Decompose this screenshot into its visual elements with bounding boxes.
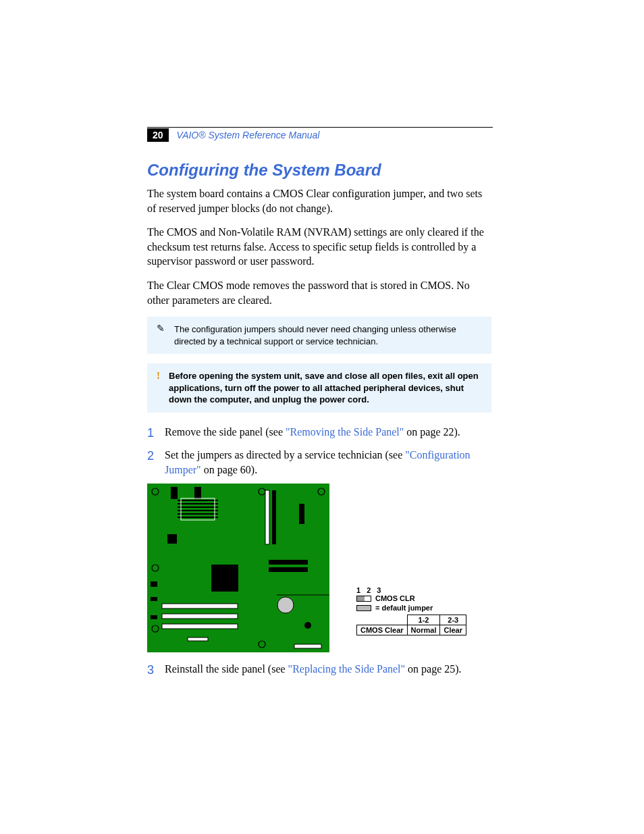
svg-rect-25	[162, 604, 238, 608]
svg-point-23	[277, 597, 294, 613]
jumper-table: 1-2 2-3 CMOS Clear Normal Clear	[356, 615, 466, 635]
step-3-post: on page 25).	[405, 663, 462, 675]
section-title: Configuring the System Board	[147, 161, 491, 180]
svg-rect-30	[151, 581, 157, 587]
note-box: ✎ The configuration jumpers should never…	[147, 317, 491, 354]
page-number: 20	[147, 128, 169, 142]
svg-rect-19	[167, 534, 177, 544]
svg-rect-7	[171, 487, 178, 499]
step-3: 3 Reinstall the side panel (see "Replaci…	[147, 662, 491, 678]
page-content: 20 VAIO® System Reference Manual Configu…	[147, 128, 491, 685]
step-body: Set the jumpers as directed by a service…	[165, 448, 491, 477]
paragraph-1: The system board contains a CMOS Clear c…	[147, 186, 491, 215]
jumper-symbol-icon	[356, 596, 371, 602]
default-jumper-label: = default jumper	[375, 604, 433, 612]
table-row: 1-2 2-3	[357, 615, 466, 625]
svg-rect-8	[194, 487, 201, 499]
svg-rect-21	[269, 560, 308, 565]
svg-rect-9	[265, 490, 269, 544]
page-header: 20 VAIO® System Reference Manual	[147, 128, 491, 142]
svg-rect-20	[211, 565, 238, 592]
default-jumper-icon	[356, 605, 371, 611]
step-body: Reinstall the side panel (see "Replacing…	[165, 662, 491, 678]
table-header-12: 1-2	[407, 615, 440, 625]
paragraph-2: The CMOS and Non-Volatile RAM (NVRAM) se…	[147, 225, 491, 269]
svg-rect-10	[272, 490, 276, 544]
step-number: 1	[147, 425, 165, 441]
motherboard-svg	[147, 484, 329, 652]
note-text: The configuration jumpers should never n…	[174, 324, 456, 346]
motherboard-diagram: 1 2 3 CMOS CLR = default jumper 1-2 2-3 …	[147, 484, 491, 652]
step-3-pre: Reinstall the side panel (see	[165, 663, 288, 675]
step-1: 1 Remove the side panel (see "Removing t…	[147, 425, 491, 441]
svg-rect-32	[151, 615, 157, 619]
table-header-23: 2-3	[440, 615, 466, 625]
link-removing-side-panel[interactable]: "Removing the Side Panel"	[286, 426, 404, 438]
step-1-pre: Remove the side panel (see	[165, 426, 286, 438]
table-cell-cmos: CMOS Clear	[357, 625, 408, 635]
step-number: 3	[147, 662, 165, 678]
jumper-pins-label: 1 2 3	[356, 586, 466, 594]
table-cell-empty	[357, 615, 408, 625]
svg-rect-28	[188, 637, 208, 641]
table-cell-normal: Normal	[407, 625, 440, 635]
warning-box: ! Before opening the system unit, save a…	[147, 363, 491, 413]
step-1-post: on page 22).	[404, 426, 460, 438]
jumper-labels: 1 2 3 CMOS CLR = default jumper 1-2 2-3 …	[356, 586, 466, 635]
svg-rect-31	[151, 597, 157, 601]
cmos-clr-label: CMOS CLR	[375, 594, 415, 602]
step-2: 2 Set the jumpers as directed by a servi…	[147, 448, 491, 477]
svg-point-24	[304, 622, 311, 629]
svg-rect-22	[269, 567, 308, 572]
step-2-post: on page 60).	[201, 464, 258, 475]
paragraph-3: The Clear CMOS mode removes the password…	[147, 278, 491, 307]
warning-icon: !	[157, 369, 160, 382]
table-row: CMOS Clear Normal Clear	[357, 625, 466, 635]
svg-rect-29	[294, 644, 321, 648]
svg-rect-26	[162, 614, 238, 619]
step-2-pre: Set the jumpers as directed by a service…	[165, 449, 405, 461]
step-number: 2	[147, 448, 165, 477]
step-body: Remove the side panel (see "Removing the…	[165, 425, 491, 441]
warning-text: Before opening the system unit, save and…	[169, 371, 479, 405]
header-rule	[147, 127, 493, 128]
link-replacing-side-panel[interactable]: "Replacing the Side Panel"	[288, 663, 405, 675]
table-cell-clear: Clear	[440, 625, 466, 635]
pencil-icon: ✎	[157, 322, 165, 335]
svg-rect-27	[162, 624, 238, 629]
svg-rect-11	[299, 504, 304, 524]
manual-title: VAIO® System Reference Manual	[177, 130, 320, 140]
